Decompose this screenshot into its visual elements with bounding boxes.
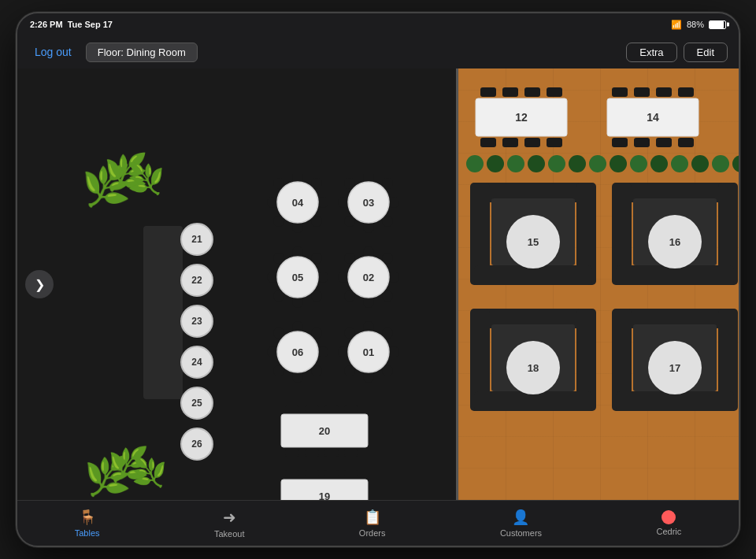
table-19-container: 19 (277, 468, 372, 500)
wifi-icon: 📶 (671, 20, 682, 30)
svg-point-56 (344, 365, 355, 376)
bottom-nav: 🪑 Tables ➜ Takeout 📋 Orders 👤 Customers … (17, 500, 739, 546)
svg-point-32 (338, 272, 349, 283)
svg-point-52 (338, 346, 349, 357)
svg-text:05: 05 (292, 272, 303, 283)
svg-point-36 (344, 291, 355, 302)
table-25[interactable]: 25 (180, 387, 213, 420)
svg-text:17: 17 (669, 362, 680, 374)
plant-bottom-left: 🌿 (84, 454, 132, 498)
svg-text:06: 06 (292, 346, 303, 358)
svg-point-25 (311, 253, 322, 264)
svg-rect-64 (285, 449, 299, 457)
svg-rect-83 (547, 87, 562, 97)
floor-label: Floor: Dining Room (86, 43, 198, 62)
nav-customers-label: Customers (500, 528, 542, 538)
top-bar: Log out Floor: Dining Room Extra Edit (17, 35, 739, 68)
svg-rect-62 (324, 405, 339, 413)
svg-rect-85 (502, 138, 518, 147)
svg-rect-82 (524, 87, 540, 97)
battery-icon (709, 20, 726, 29)
svg-text:02: 02 (363, 272, 374, 283)
status-time: 2:26 PM Tue Sep 17 (30, 20, 113, 29)
bushes-row (466, 155, 739, 172)
lounge-17-container: 17 (608, 305, 739, 450)
svg-point-7 (311, 216, 322, 227)
nav-cedric[interactable]: Cedric (640, 507, 697, 539)
svg-point-20 (292, 246, 303, 257)
svg-rect-72 (324, 470, 339, 478)
svg-point-35 (382, 253, 393, 264)
table-12-container: 12 (472, 86, 583, 152)
takeout-icon: ➜ (223, 508, 236, 527)
svg-point-27 (311, 291, 322, 302)
svg-point-57 (382, 365, 393, 376)
lounge-15-container: 15 (466, 179, 600, 324)
tablet-frame: 2:26 PM Tue Sep 17 📶 88% Log out Floor: … (16, 12, 740, 547)
table-04-container: 04 (266, 171, 329, 237)
svg-point-5 (311, 178, 322, 189)
lounge-16-container: 16 (608, 179, 739, 324)
svg-rect-80 (480, 87, 496, 97)
plant-top-left: 🌿 (82, 163, 131, 209)
svg-point-6 (273, 216, 284, 227)
svg-point-22 (267, 272, 278, 283)
svg-rect-96 (656, 138, 672, 147)
svg-point-26 (273, 291, 284, 302)
status-bar: 2:26 PM Tue Sep 17 📶 88% (17, 13, 739, 35)
cedric-avatar-dot (662, 510, 676, 524)
top-bar-actions: Extra Edit (626, 43, 728, 62)
panel-arrow-button[interactable]: ❯ (25, 270, 54, 298)
svg-point-47 (311, 365, 322, 376)
svg-point-54 (344, 328, 355, 339)
plant-top-left2: 🌿 (104, 151, 148, 193)
svg-rect-81 (502, 87, 518, 97)
svg-point-12 (338, 197, 349, 208)
svg-point-3 (317, 197, 328, 208)
svg-point-41 (292, 372, 303, 383)
svg-point-15 (382, 178, 393, 189)
svg-text:01: 01 (363, 346, 374, 358)
plant-bottom-left3: 🌿 (132, 456, 167, 489)
svg-rect-86 (524, 138, 540, 147)
table-26[interactable]: 26 (180, 428, 213, 461)
nav-orders-label: Orders (359, 528, 386, 538)
nav-takeout[interactable]: ➜ Takeout (198, 505, 261, 542)
svg-rect-95 (634, 138, 650, 147)
svg-rect-84 (480, 138, 496, 147)
extra-button[interactable]: Extra (626, 43, 676, 62)
nav-orders[interactable]: 📋 Orders (343, 505, 402, 541)
svg-rect-87 (547, 138, 562, 147)
logout-button[interactable]: Log out (28, 43, 78, 61)
main-content: 🌿 🌿 🌿 🌿 🌿 🌿 ❯ 21 22 23 (17, 68, 739, 500)
right-panel: 12 14 (458, 68, 739, 500)
svg-text:18: 18 (528, 362, 539, 374)
table-20-container: 20 (277, 403, 372, 461)
table-01-container: 01 (337, 320, 400, 387)
table-06-container: 06 (266, 320, 329, 387)
svg-point-2 (267, 197, 278, 208)
svg-point-11 (363, 222, 374, 233)
svg-text:20: 20 (319, 425, 330, 437)
svg-point-14 (344, 178, 355, 189)
svg-rect-65 (305, 449, 319, 457)
table-21[interactable]: 21 (180, 223, 213, 256)
svg-point-31 (363, 297, 374, 308)
table-24[interactable]: 24 (180, 346, 213, 379)
table-23[interactable]: 23 (180, 305, 213, 338)
nav-customers[interactable]: 👤 Customers (484, 505, 558, 541)
reception-desk (143, 226, 183, 399)
table-02-container: 02 (337, 246, 400, 312)
svg-point-4 (273, 178, 284, 189)
svg-rect-90 (612, 87, 628, 97)
nav-tables[interactable]: 🪑 Tables (59, 505, 116, 541)
svg-point-13 (388, 197, 399, 208)
svg-point-46 (273, 365, 284, 376)
edit-button[interactable]: Edit (684, 43, 728, 62)
nav-takeout-label: Takeout (214, 529, 245, 539)
svg-point-0 (292, 172, 303, 183)
svg-point-55 (382, 328, 393, 339)
svg-rect-63 (344, 405, 358, 413)
table-22[interactable]: 22 (180, 264, 213, 297)
svg-point-45 (311, 328, 322, 339)
